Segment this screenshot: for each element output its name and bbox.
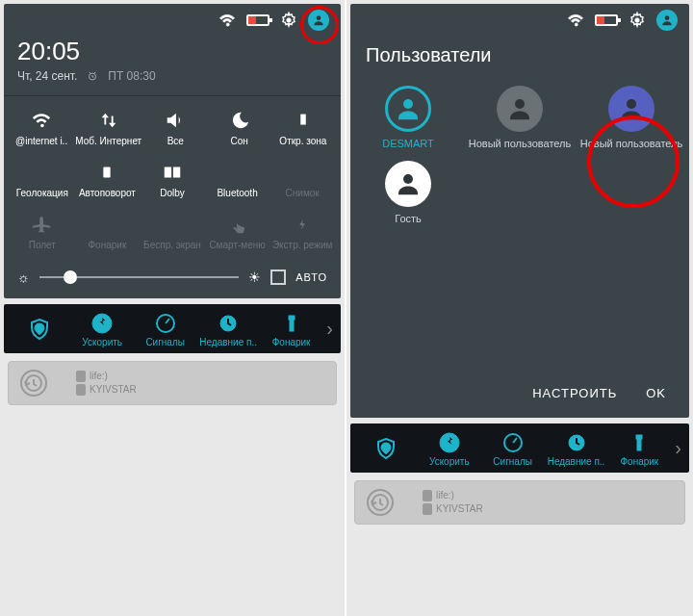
- wifi-icon: [566, 11, 585, 30]
- user-switch-icon[interactable]: [308, 10, 329, 31]
- torch-icon: [77, 212, 139, 237]
- tile-torch[interactable]: Фонарик: [75, 206, 141, 258]
- tile-nogeo[interactable]: Геолокация: [10, 154, 75, 206]
- strip-label: Ускорить: [418, 456, 481, 467]
- ok-button[interactable]: OK: [646, 386, 666, 400]
- users-grid: DESMARTНовый пользовательНовый пользоват…: [350, 72, 689, 238]
- user-switch-icon[interactable]: [656, 10, 678, 31]
- setup-button[interactable]: НАСТРОИТЬ: [532, 386, 617, 400]
- sim-card-widget[interactable]: life:) KYIVSTAR: [8, 361, 337, 405]
- chevron-right-icon[interactable]: ›: [671, 437, 685, 459]
- boost-icon: [418, 429, 481, 456]
- settings-icon[interactable]: [628, 11, 647, 30]
- gauge-icon: [481, 429, 545, 456]
- strip-boost[interactable]: Ускорить: [418, 429, 481, 467]
- avatar: [497, 86, 543, 132]
- tile-dolby[interactable]: Dolby: [140, 154, 205, 206]
- users-title: Пользователи: [350, 33, 689, 72]
- strip-torch2[interactable]: Фонарик: [260, 310, 322, 347]
- strip-label: Фонарик: [260, 337, 322, 347]
- sim1-label: life:): [423, 489, 483, 502]
- strip-gauge[interactable]: Сигналы: [481, 429, 545, 467]
- left-screenshot: 20:05 Чт, 24 сент. ПТ 08:30 @internet i.…: [0, 0, 346, 616]
- tile-label: Смарт-меню: [207, 240, 269, 250]
- battery-icon: [595, 14, 618, 26]
- strip-gauge[interactable]: Сигналы: [134, 310, 196, 347]
- strip-recent[interactable]: Недавние п..: [196, 310, 259, 347]
- tile-crop[interactable]: Снимок: [270, 154, 335, 206]
- tile-label: Экстр. режим: [271, 240, 333, 250]
- avatar: [385, 86, 431, 132]
- user-0[interactable]: DESMART: [352, 80, 464, 155]
- security-app-icon[interactable]: [8, 316, 70, 343]
- tile-label: Все: [145, 136, 205, 146]
- bt-icon: [207, 160, 269, 185]
- user-3[interactable]: Гость: [352, 155, 464, 230]
- tile-bt[interactable]: Bluetooth: [205, 154, 270, 206]
- wifi-icon: [12, 108, 71, 133]
- history-icon: [20, 370, 47, 397]
- tile-phone[interactable]: Откр. зона: [271, 102, 335, 154]
- phone-icon: [273, 108, 333, 133]
- brightness-slider[interactable]: [39, 276, 239, 278]
- tile-volume[interactable]: Все: [143, 102, 207, 154]
- tile-rotate[interactable]: Автоповорот: [75, 154, 141, 206]
- touch-icon: [207, 212, 269, 237]
- volume-icon: [145, 108, 205, 133]
- status-bar: [4, 4, 341, 33]
- tile-label: Dolby: [141, 188, 203, 198]
- tile-label: Сон: [209, 136, 269, 146]
- users-panel: Пользователи DESMARTНовый пользовательНо…: [350, 4, 689, 418]
- strip-label: Фонарик: [607, 456, 671, 467]
- history-icon: [367, 489, 394, 516]
- tile-label: Моб. Интернет: [75, 136, 141, 146]
- tile-moon[interactable]: Сон: [207, 102, 270, 154]
- auto-brightness-label: АВТО: [295, 271, 327, 283]
- strip-boost[interactable]: Ускорить: [70, 310, 133, 347]
- tile-touch[interactable]: Смарт-меню: [205, 206, 270, 258]
- torch2-icon: [260, 310, 322, 337]
- strip-label: Сигналы: [481, 456, 545, 467]
- security-app-icon[interactable]: [354, 435, 418, 462]
- user-name: Новый пользователь: [579, 138, 683, 149]
- tile-label: @internet i..: [12, 136, 71, 146]
- notification-shade: 20:05 Чт, 24 сент. ПТ 08:30 @internet i.…: [4, 4, 341, 298]
- sim-card-widget[interactable]: life:) KYIVSTAR: [354, 480, 685, 525]
- rotate-icon: [77, 160, 139, 185]
- tile-label: Откр. зона: [273, 136, 333, 146]
- auto-brightness-checkbox[interactable]: [270, 270, 286, 285]
- tile-updown[interactable]: Моб. Интернет: [73, 102, 143, 154]
- user-2[interactable]: Новый пользователь: [576, 80, 687, 155]
- alarm-icon: [83, 66, 102, 86]
- right-screenshot: Пользователи DESMARTНовый пользовательНо…: [346, 0, 693, 616]
- chevron-right-icon[interactable]: ›: [322, 318, 337, 340]
- tile-wifi[interactable]: @internet i..: [10, 102, 73, 154]
- sim2-label: KYIVSTAR: [76, 383, 137, 397]
- settings-icon[interactable]: [279, 11, 298, 30]
- battery-icon: [246, 14, 270, 26]
- status-bar: [350, 4, 689, 33]
- tile-label: Беспр. экран: [141, 240, 203, 250]
- moon-icon: [209, 108, 269, 133]
- alarm-text: ПТ 08:30: [108, 69, 155, 83]
- strip-torch2[interactable]: Фонарик: [607, 429, 671, 467]
- clock: 20:05: [17, 37, 327, 66]
- sim2-label: KYIVSTAR: [423, 502, 483, 516]
- recent-icon: [545, 429, 608, 456]
- crop-icon: [271, 160, 333, 185]
- tile-label: Геолокация: [12, 188, 73, 198]
- boost-icon: [70, 310, 133, 337]
- tile-plane[interactable]: Полет: [10, 206, 75, 258]
- plane-icon: [12, 212, 73, 237]
- user-1[interactable]: Новый пользователь: [464, 80, 576, 155]
- date-row: Чт, 24 сент. ПТ 08:30: [17, 66, 327, 86]
- tile-label: Bluetooth: [207, 188, 269, 198]
- tile-pwr[interactable]: Экстр. режим: [270, 206, 335, 258]
- cast-icon: [141, 212, 203, 237]
- tool-strip: УскоритьСигналыНедавние п..Фонарик›: [350, 424, 689, 473]
- quick-tiles: @internet i..Моб. ИнтернетВсеСонОткр. зо…: [4, 95, 341, 260]
- tile-cast[interactable]: Беспр. экран: [140, 206, 205, 258]
- user-name: Новый пользователь: [468, 138, 572, 149]
- strip-recent[interactable]: Недавние п..: [545, 429, 608, 467]
- user-name: Гость: [356, 213, 460, 224]
